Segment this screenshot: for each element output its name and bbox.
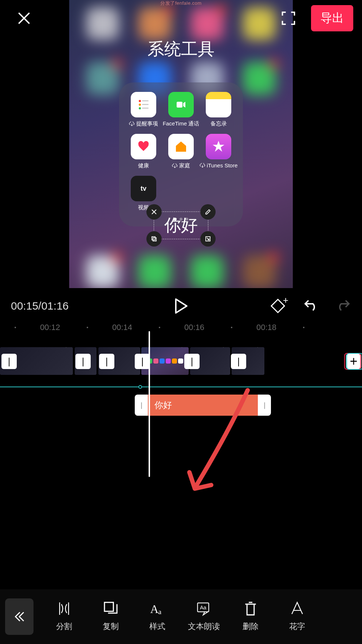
mute-icon: [61, 347, 71, 349]
delete-icon: [243, 601, 259, 616]
transition-button[interactable]: ❘: [1, 354, 17, 369]
close-button[interactable]: [16, 10, 32, 26]
svg-rect-1: [142, 100, 149, 101]
text-edit-handle[interactable]: [200, 204, 216, 220]
text-overlay-selected[interactable]: 你好: [154, 212, 208, 239]
play-button[interactable]: [174, 298, 188, 314]
svg-point-4: [139, 107, 141, 109]
svg-point-2: [139, 104, 141, 106]
svg-rect-7: [152, 237, 155, 240]
folder-title: 系统工具: [69, 38, 293, 61]
cloud-download-icon: [172, 163, 178, 168]
watermark-text: 分发了fenfale.com: [160, 0, 201, 7]
tool-style[interactable]: Aa 样式: [134, 601, 181, 632]
tool-fancy-text[interactable]: 花字: [274, 601, 320, 632]
undo-button[interactable]: [303, 298, 318, 314]
text-scale-handle[interactable]: [200, 231, 216, 247]
mute-icon: [177, 347, 187, 349]
ruler-tick: 00:12: [40, 323, 60, 332]
time-display: 00:15/01:16: [11, 300, 69, 312]
app-notes: 备忘录: [201, 92, 236, 127]
tts-icon: Aa: [196, 601, 212, 616]
svg-rect-8: [153, 238, 156, 241]
app-folder: 提醒事项 FaceTime 通话 备忘录 健康: [119, 82, 243, 226]
app-itunes: iTunes Store: [201, 134, 236, 169]
app-health: 健康: [126, 134, 161, 169]
cloud-download-icon: [200, 163, 205, 168]
playback-controls: 00:15/01:16 +: [0, 293, 362, 319]
ruler-tick: 00:16: [184, 323, 204, 332]
ruler-tick: 00:14: [112, 323, 132, 332]
timeline-ruler[interactable]: 00:12 00:14 00:16 00:18: [0, 321, 362, 334]
split-icon: [56, 601, 72, 616]
bottom-toolbar: 分割 复制 Aa 样式 Aa 文本朗读 删除: [0, 589, 362, 644]
transition-button[interactable]: ❘: [135, 354, 150, 369]
text-clip-left-handle[interactable]: ❘: [135, 395, 148, 416]
svg-rect-6: [177, 102, 182, 108]
text-clip-right-handle[interactable]: ❘: [258, 395, 271, 416]
text-clip-body[interactable]: 你好: [148, 395, 258, 416]
track-separator: [0, 387, 362, 387]
svg-text:Aa: Aa: [200, 605, 206, 610]
tool-tts[interactable]: Aa 文本朗读: [181, 601, 227, 632]
video-preview[interactable]: 系统工具 提醒事项 FaceTime 通话 备忘录: [69, 0, 293, 288]
toolbar-back-button[interactable]: [5, 598, 34, 635]
tool-delete[interactable]: 删除: [227, 601, 274, 632]
track-marker: [138, 385, 142, 389]
style-icon: Aa: [149, 601, 165, 616]
transition-button[interactable]: ❘: [75, 354, 91, 369]
app-reminders: 提醒事项: [126, 92, 161, 127]
cloud-download-icon: [129, 121, 135, 127]
transition-button[interactable]: ❘: [184, 354, 200, 369]
tool-copy[interactable]: 复制: [87, 601, 134, 632]
redo-button[interactable]: [336, 298, 351, 314]
text-clip-selected[interactable]: ❘ 你好 ❘: [135, 395, 271, 416]
app-home: 家庭: [164, 134, 198, 169]
export-button[interactable]: 导出: [311, 5, 353, 31]
copy-icon: [103, 601, 119, 616]
mute-icon: [219, 347, 229, 349]
ruler-tick: 00:18: [256, 323, 276, 332]
keyframe-button[interactable]: +: [270, 298, 286, 314]
svg-point-0: [139, 100, 141, 102]
transition-button[interactable]: ❘: [231, 354, 246, 369]
transition-button[interactable]: ❘: [99, 354, 114, 369]
text-overlay-content: 你好: [162, 214, 200, 237]
playhead[interactable]: [149, 331, 150, 477]
add-clip-button[interactable]: +: [346, 354, 361, 369]
fullscreen-button[interactable]: [280, 10, 296, 26]
text-copy-handle[interactable]: [146, 231, 162, 247]
text-delete-handle[interactable]: [146, 204, 162, 220]
tool-split[interactable]: 分割: [41, 601, 87, 632]
fancy-text-icon: [289, 601, 305, 616]
svg-rect-5: [142, 108, 149, 109]
video-track[interactable]: ❘ ❘ ❘ ❘ ❘ ❘ +: [0, 347, 362, 375]
app-facetime: FaceTime 通话: [164, 92, 198, 127]
svg-rect-3: [142, 104, 149, 105]
svg-text:a: a: [158, 608, 161, 616]
mute-icon: [253, 347, 263, 349]
svg-rect-10: [105, 602, 113, 611]
svg-text:A: A: [150, 603, 158, 616]
